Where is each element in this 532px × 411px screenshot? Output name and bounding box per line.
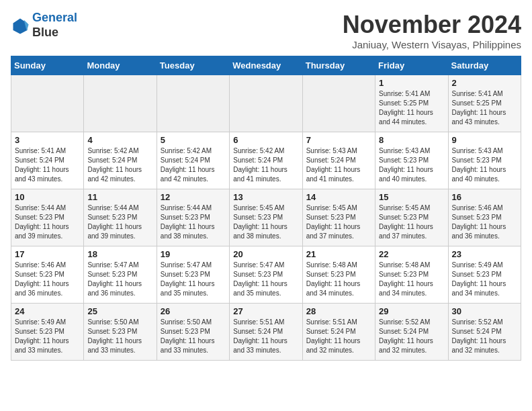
calendar-cell: 26Sunrise: 5:50 AM Sunset: 5:23 PM Dayli… xyxy=(157,304,229,361)
day-info: Sunrise: 5:52 AM Sunset: 5:24 PM Dayligh… xyxy=(452,318,517,355)
calendar-cell: 6Sunrise: 5:42 AM Sunset: 5:24 PM Daylig… xyxy=(230,132,302,189)
day-info: Sunrise: 5:41 AM Sunset: 5:25 PM Dayligh… xyxy=(379,89,444,127)
calendar-cell xyxy=(230,75,302,132)
calendar-cell xyxy=(84,75,157,132)
title-area: November 2024 Janiuay, Western Visayas, … xyxy=(343,11,521,50)
calendar-cell: 13Sunrise: 5:45 AM Sunset: 5:23 PM Dayli… xyxy=(230,189,302,246)
day-number: 30 xyxy=(452,306,517,316)
day-number: 4 xyxy=(87,135,152,145)
calendar-header-cell: Tuesday xyxy=(157,56,229,75)
day-number: 7 xyxy=(306,135,371,145)
calendar-header-cell: Wednesday xyxy=(230,56,302,75)
day-info: Sunrise: 5:50 AM Sunset: 5:23 PM Dayligh… xyxy=(161,318,226,355)
day-info: Sunrise: 5:46 AM Sunset: 5:23 PM Dayligh… xyxy=(452,203,517,241)
day-number: 3 xyxy=(15,135,80,145)
day-info: Sunrise: 5:41 AM Sunset: 5:25 PM Dayligh… xyxy=(452,89,517,127)
day-info: Sunrise: 5:42 AM Sunset: 5:24 PM Dayligh… xyxy=(233,146,298,184)
calendar-cell: 19Sunrise: 5:47 AM Sunset: 5:23 PM Dayli… xyxy=(157,246,229,304)
day-number: 20 xyxy=(233,249,298,259)
calendar-cell: 22Sunrise: 5:48 AM Sunset: 5:23 PM Dayli… xyxy=(375,246,448,304)
calendar-week-row: 1Sunrise: 5:41 AM Sunset: 5:25 PM Daylig… xyxy=(11,75,521,132)
calendar-cell: 28Sunrise: 5:51 AM Sunset: 5:24 PM Dayli… xyxy=(302,304,375,361)
day-number: 26 xyxy=(161,306,226,316)
day-info: Sunrise: 5:50 AM Sunset: 5:23 PM Dayligh… xyxy=(87,318,152,355)
day-number: 12 xyxy=(161,192,226,202)
day-number: 24 xyxy=(15,306,80,316)
calendar-cell: 18Sunrise: 5:47 AM Sunset: 5:23 PM Dayli… xyxy=(84,246,157,304)
calendar-cell: 8Sunrise: 5:43 AM Sunset: 5:23 PM Daylig… xyxy=(375,132,448,189)
calendar-cell: 17Sunrise: 5:46 AM Sunset: 5:23 PM Dayli… xyxy=(11,246,84,304)
day-number: 29 xyxy=(379,306,444,316)
day-info: Sunrise: 5:49 AM Sunset: 5:23 PM Dayligh… xyxy=(452,261,517,298)
calendar-cell: 30Sunrise: 5:52 AM Sunset: 5:24 PM Dayli… xyxy=(448,304,521,361)
calendar-header-cell: Friday xyxy=(375,56,448,75)
day-number: 28 xyxy=(306,306,371,316)
day-number: 15 xyxy=(379,192,444,202)
calendar-week-row: 10Sunrise: 5:44 AM Sunset: 5:23 PM Dayli… xyxy=(11,189,521,246)
calendar-cell: 1Sunrise: 5:41 AM Sunset: 5:25 PM Daylig… xyxy=(375,75,448,132)
calendar-cell: 15Sunrise: 5:45 AM Sunset: 5:23 PM Dayli… xyxy=(375,189,448,246)
calendar-cell: 27Sunrise: 5:51 AM Sunset: 5:24 PM Dayli… xyxy=(230,304,302,361)
calendar-week-row: 24Sunrise: 5:49 AM Sunset: 5:23 PM Dayli… xyxy=(11,304,521,361)
calendar-cell xyxy=(157,75,229,132)
calendar-cell xyxy=(302,75,375,132)
day-info: Sunrise: 5:45 AM Sunset: 5:23 PM Dayligh… xyxy=(306,203,371,241)
calendar-cell xyxy=(11,75,84,132)
day-number: 2 xyxy=(452,78,517,88)
svg-marker-0 xyxy=(13,18,28,34)
calendar-cell: 12Sunrise: 5:44 AM Sunset: 5:23 PM Dayli… xyxy=(157,189,229,246)
day-number: 16 xyxy=(452,192,517,202)
calendar-body: 1Sunrise: 5:41 AM Sunset: 5:25 PM Daylig… xyxy=(11,75,521,361)
day-info: Sunrise: 5:43 AM Sunset: 5:23 PM Dayligh… xyxy=(379,146,444,184)
day-info: Sunrise: 5:47 AM Sunset: 5:23 PM Dayligh… xyxy=(161,261,226,298)
calendar-week-row: 17Sunrise: 5:46 AM Sunset: 5:23 PM Dayli… xyxy=(11,246,521,304)
calendar-header-cell: Monday xyxy=(84,56,157,75)
day-info: Sunrise: 5:44 AM Sunset: 5:23 PM Dayligh… xyxy=(15,203,80,241)
day-info: Sunrise: 5:46 AM Sunset: 5:23 PM Dayligh… xyxy=(15,261,80,298)
calendar-cell: 29Sunrise: 5:52 AM Sunset: 5:24 PM Dayli… xyxy=(375,304,448,361)
day-info: Sunrise: 5:49 AM Sunset: 5:23 PM Dayligh… xyxy=(15,318,80,355)
day-number: 14 xyxy=(306,192,371,202)
day-info: Sunrise: 5:42 AM Sunset: 5:24 PM Dayligh… xyxy=(87,146,152,184)
day-number: 8 xyxy=(379,135,444,145)
calendar-cell: 24Sunrise: 5:49 AM Sunset: 5:23 PM Dayli… xyxy=(11,304,84,361)
calendar-cell: 20Sunrise: 5:47 AM Sunset: 5:23 PM Dayli… xyxy=(230,246,302,304)
day-number: 10 xyxy=(15,192,80,202)
calendar-cell: 16Sunrise: 5:46 AM Sunset: 5:23 PM Dayli… xyxy=(448,189,521,246)
day-info: Sunrise: 5:43 AM Sunset: 5:23 PM Dayligh… xyxy=(452,146,517,184)
day-info: Sunrise: 5:47 AM Sunset: 5:23 PM Dayligh… xyxy=(87,261,152,298)
day-number: 17 xyxy=(15,249,80,259)
calendar-cell: 4Sunrise: 5:42 AM Sunset: 5:24 PM Daylig… xyxy=(84,132,157,189)
subtitle: Janiuay, Western Visayas, Philippines xyxy=(343,39,521,50)
header: General Blue November 2024 Janiuay, West… xyxy=(11,11,521,50)
day-number: 21 xyxy=(306,249,371,259)
day-number: 23 xyxy=(452,249,517,259)
day-info: Sunrise: 5:51 AM Sunset: 5:24 PM Dayligh… xyxy=(306,318,371,355)
day-number: 27 xyxy=(233,306,298,316)
day-number: 18 xyxy=(87,249,152,259)
day-number: 11 xyxy=(87,192,152,202)
calendar-header-cell: Sunday xyxy=(11,56,84,75)
calendar-header-row: SundayMondayTuesdayWednesdayThursdayFrid… xyxy=(11,56,521,75)
calendar-cell: 5Sunrise: 5:42 AM Sunset: 5:24 PM Daylig… xyxy=(157,132,229,189)
day-number: 5 xyxy=(161,135,226,145)
day-info: Sunrise: 5:44 AM Sunset: 5:23 PM Dayligh… xyxy=(87,203,152,241)
logo: General Blue xyxy=(11,11,77,40)
day-info: Sunrise: 5:43 AM Sunset: 5:24 PM Dayligh… xyxy=(306,146,371,184)
logo-icon xyxy=(11,16,30,35)
day-info: Sunrise: 5:42 AM Sunset: 5:24 PM Dayligh… xyxy=(161,146,226,184)
calendar-cell: 21Sunrise: 5:48 AM Sunset: 5:23 PM Dayli… xyxy=(302,246,375,304)
day-info: Sunrise: 5:48 AM Sunset: 5:23 PM Dayligh… xyxy=(306,261,371,298)
calendar-cell: 25Sunrise: 5:50 AM Sunset: 5:23 PM Dayli… xyxy=(84,304,157,361)
day-number: 19 xyxy=(161,249,226,259)
day-number: 1 xyxy=(379,78,444,88)
month-title: November 2024 xyxy=(343,11,521,39)
calendar-cell: 9Sunrise: 5:43 AM Sunset: 5:23 PM Daylig… xyxy=(448,132,521,189)
calendar-cell: 23Sunrise: 5:49 AM Sunset: 5:23 PM Dayli… xyxy=(448,246,521,304)
calendar-cell: 10Sunrise: 5:44 AM Sunset: 5:23 PM Dayli… xyxy=(11,189,84,246)
calendar-cell: 11Sunrise: 5:44 AM Sunset: 5:23 PM Dayli… xyxy=(84,189,157,246)
day-info: Sunrise: 5:44 AM Sunset: 5:23 PM Dayligh… xyxy=(161,203,226,241)
day-number: 25 xyxy=(87,306,152,316)
calendar-cell: 2Sunrise: 5:41 AM Sunset: 5:25 PM Daylig… xyxy=(448,75,521,132)
calendar-cell: 7Sunrise: 5:43 AM Sunset: 5:24 PM Daylig… xyxy=(302,132,375,189)
